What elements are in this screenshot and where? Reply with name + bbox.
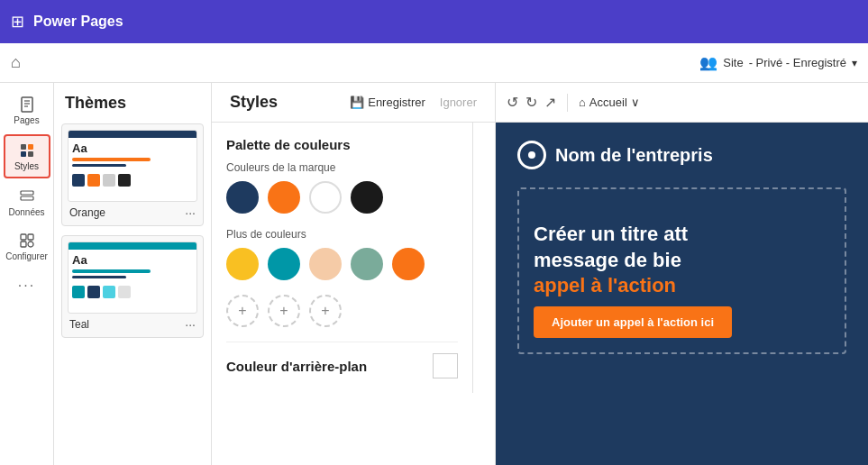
preview-heading: Créer un titre att message de bie appel … <box>534 222 830 299</box>
palette-panel: Palette de couleurs Couleurs de la marqu… <box>212 123 473 393</box>
site-status: 👥 Site - Privé - Enregistré ▾ <box>699 54 857 71</box>
preview-heading-1: Créer un titre att <box>534 223 688 245</box>
theme-card-orange[interactable]: Aa Orange ··· <box>61 123 204 226</box>
more-colors-row <box>226 248 458 280</box>
svg-rect-13 <box>21 242 26 247</box>
theme-more-orange[interactable]: ··· <box>185 205 196 220</box>
svg-rect-6 <box>21 151 26 157</box>
preview-logo-inner <box>525 149 538 161</box>
chevron-down-icon[interactable]: ▾ <box>852 57 857 69</box>
styles-panel-wrapper: Styles 💾 Enregistrer Ignorer Palette de … <box>212 83 496 465</box>
config-icon <box>18 232 36 250</box>
svg-rect-12 <box>28 234 33 240</box>
theme-card-footer-orange: Orange ··· <box>68 205 197 220</box>
preview-dashed-box: Créer un titre att message de bie appel … <box>517 187 846 354</box>
svg-rect-11 <box>21 234 26 240</box>
site-label: Site <box>723 56 743 69</box>
svg-point-14 <box>28 242 33 247</box>
preview-pane: ↺ ↻ ↗ ⌂ Accueil ∨ Nom de l'entrepris <box>496 83 868 465</box>
sidebar-pages-label: Pages <box>14 115 39 125</box>
svg-rect-9 <box>21 196 33 200</box>
theme-card-teal[interactable]: Aa Teal ··· <box>61 235 204 338</box>
preview-company-name: Nom de l'entrepris <box>555 145 713 166</box>
share-icon[interactable]: ↗ <box>544 94 556 111</box>
themes-title: Thèmes <box>61 94 204 113</box>
more-colors-label: Plus de couleurs <box>226 228 458 241</box>
preview-toolbar: ↺ ↻ ↗ ⌂ Accueil ∨ <box>496 83 868 123</box>
themes-panel: Thèmes Aa Orange ·· <box>54 83 212 465</box>
color-white[interactable] <box>309 181 342 214</box>
color-black[interactable] <box>351 181 383 214</box>
preview-home-icon: ⌂ <box>579 96 586 109</box>
palette-title: Palette de couleurs <box>226 137 458 152</box>
svg-rect-5 <box>28 144 33 150</box>
brand-colors-row <box>226 181 458 214</box>
color-orange2[interactable] <box>392 248 425 280</box>
undo-button[interactable]: ↺ <box>507 94 518 111</box>
color-orange[interactable] <box>268 181 300 214</box>
sidebar-item-pages[interactable]: Pages <box>4 90 50 131</box>
styles-header: Styles 💾 Enregistrer Ignorer <box>212 83 495 123</box>
svg-rect-8 <box>21 191 33 195</box>
save-button[interactable]: 💾 Enregistrer <box>350 96 425 109</box>
preview-heading-3: appel à l'action <box>534 274 676 296</box>
redo-button[interactable]: ↻ <box>525 94 537 111</box>
add-colors-row: + + + <box>226 295 458 327</box>
styles-header-actions: 💾 Enregistrer Ignorer <box>350 96 477 109</box>
pages-icon <box>18 96 36 114</box>
svg-rect-7 <box>28 151 33 157</box>
brand-colors-label: Couleurs de la marque <box>226 161 458 174</box>
theme-name-teal: Teal <box>69 318 89 331</box>
ignore-button[interactable]: Ignorer <box>440 96 477 109</box>
bg-color-section: Couleur d'arrière-plan <box>226 342 458 378</box>
sidebar-item-styles[interactable]: Styles <box>4 134 50 178</box>
theme-name-orange: Orange <box>69 206 105 219</box>
color-peach[interactable] <box>309 248 342 280</box>
bg-color-swatch[interactable] <box>433 353 458 378</box>
data-icon <box>18 187 36 205</box>
color-yellow[interactable] <box>226 248 259 280</box>
preview-cta-button[interactable]: Ajouter un appel à l'action ici <box>534 306 732 338</box>
site-status-text: - Privé - Enregistré <box>749 56 846 69</box>
color-teal[interactable] <box>268 248 300 280</box>
theme-card-footer-teal: Teal ··· <box>68 317 197 332</box>
preview-text-section: Créer un titre att message de bie appel … <box>534 222 830 338</box>
sidebar-styles-label: Styles <box>14 161 39 171</box>
second-bar: ⌂ 👥 Site - Privé - Enregistré ▾ <box>0 43 868 83</box>
second-bar-left: ⌂ <box>11 53 21 72</box>
sidebar-item-donnees[interactable]: Données <box>4 182 50 223</box>
color-navy[interactable] <box>226 181 259 214</box>
add-color-2[interactable]: + <box>268 295 300 327</box>
site-people-icon: 👥 <box>699 54 717 71</box>
svg-rect-4 <box>21 144 26 150</box>
preview-logo-circle <box>517 141 546 169</box>
svg-rect-0 <box>22 97 32 112</box>
app-title: Power Pages <box>33 14 123 30</box>
styles-panel-title: Styles <box>230 93 278 112</box>
bg-color-label: Couleur d'arrière-plan <box>226 359 367 374</box>
toolbar-separator <box>567 94 568 112</box>
sidebar-donnees-label: Données <box>8 207 44 217</box>
theme-more-teal[interactable]: ··· <box>185 317 196 332</box>
preview-logo-row: Nom de l'entrepris <box>517 141 846 169</box>
preview-heading-2: message de bie <box>534 249 681 271</box>
preview-chevron-icon: ∨ <box>631 96 640 109</box>
theme-preview-orange: Aa <box>68 130 197 202</box>
grid-icon[interactable]: ⊞ <box>11 12 24 32</box>
top-bar: ⊞ Power Pages <box>0 0 868 43</box>
sidebar-more-icon[interactable]: ··· <box>18 278 35 294</box>
theme-preview-teal: Aa <box>68 242 197 314</box>
sidebar-item-configurer[interactable]: Configurer <box>4 226 50 267</box>
save-icon: 💾 <box>350 96 364 109</box>
preview-home-nav[interactable]: ⌂ Accueil ∨ <box>579 96 640 109</box>
preview-home-label: Accueil <box>589 96 627 109</box>
color-sage[interactable] <box>351 248 383 280</box>
add-color-1[interactable]: + <box>226 295 259 327</box>
home-icon[interactable]: ⌂ <box>11 53 21 72</box>
preview-content: Nom de l'entrepris Créer un titre att me… <box>496 123 868 465</box>
add-color-3[interactable]: + <box>309 295 342 327</box>
sidebar-icons: Pages Styles Données <box>0 83 54 465</box>
main-layout: Pages Styles Données <box>0 83 868 465</box>
styles-icon <box>18 141 36 160</box>
sidebar-configurer-label: Configurer <box>5 251 48 261</box>
